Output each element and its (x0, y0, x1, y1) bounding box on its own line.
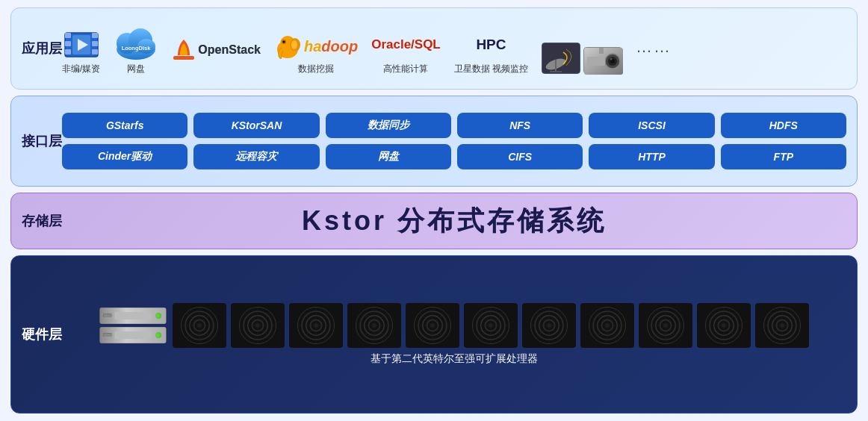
svg-rect-31 (599, 48, 604, 54)
openstack-text: OpenStack (198, 43, 261, 57)
disk-node-3 (289, 303, 343, 348)
disk-node-8 (580, 303, 634, 348)
iface-btn-cinder[interactable]: Cinder驱动 (62, 144, 187, 169)
svg-rect-4 (92, 33, 98, 38)
svg-rect-14 (173, 56, 194, 60)
app-item-film: 非编/媒资 (62, 28, 100, 75)
app-item-openstack: OpenStack _ (172, 37, 261, 75)
svg-point-18 (282, 40, 285, 43)
disk-node-7 (522, 303, 576, 348)
svg-point-35 (155, 313, 161, 319)
iface-btn-datasync[interactable]: 数据同步 (326, 113, 451, 138)
main-container: 应用层 非编/媒资 (0, 0, 868, 421)
rack-unit-1 (99, 308, 167, 324)
svg-rect-2 (65, 41, 71, 46)
svg-rect-30 (587, 57, 605, 66)
disk-node-10 (697, 303, 751, 348)
app-item-cameras (542, 41, 622, 75)
storage-layer-label: 存储层 (22, 212, 62, 230)
iface-btn-netdisk[interactable]: 网盘 (326, 144, 451, 169)
iface-btn-gstarfs[interactable]: GStarfs (62, 113, 187, 138)
oracle-text: Oracle/SQL (371, 28, 441, 61)
disk-node-6 (464, 303, 518, 348)
security-camera (583, 47, 622, 74)
svg-rect-33 (103, 314, 112, 317)
iface-layer: 接口层 GStarfs KStorSAN 数据同步 NFS ISCSI HDFS… (10, 96, 858, 187)
hadoop-logo: hadoop (274, 33, 358, 61)
disk-node-1 (173, 303, 226, 348)
film-icon (63, 28, 99, 61)
disk-node-11 (755, 303, 809, 348)
svg-rect-3 (65, 49, 71, 54)
app-item-hpc-label: 卫星数据 视频监控 (454, 63, 528, 75)
rack-units (99, 308, 167, 343)
rack-unit-2 (99, 327, 167, 343)
app-item-hadoop: hadoop 数据挖掘 (274, 33, 358, 75)
iface-btn-iscsi[interactable]: ISCSI (589, 113, 714, 138)
hardware-devices (99, 303, 809, 348)
hadoop-text: hadoop (304, 38, 358, 55)
svg-point-39 (155, 332, 161, 338)
svg-rect-34 (115, 312, 152, 319)
iface-btn-ftp[interactable]: FTP (721, 144, 846, 169)
app-item-film-label: 非编/媒资 (62, 63, 100, 75)
hadoop-ha: ha (304, 38, 321, 54)
svg-rect-1 (65, 33, 71, 38)
elephant-icon (274, 33, 301, 61)
loongdisk-icon: LoongDisk (114, 22, 158, 61)
hardware-content: 基于第二代英特尔至强可扩展处理器 (62, 303, 846, 366)
app-item-dots: …… _ (636, 31, 672, 75)
iface-btn-hdfs[interactable]: HDFS (721, 113, 846, 138)
iface-grid: GStarfs KStorSAN 数据同步 NFS ISCSI HDFS Cin… (62, 113, 846, 169)
svg-rect-38 (115, 331, 152, 339)
iface-btn-http[interactable]: HTTP (589, 144, 714, 169)
app-item-oracle-label: 高性能计算 (383, 63, 428, 75)
dots: …… (636, 31, 672, 63)
satellite-image (542, 43, 580, 74)
hardware-layer-label: 硬件层 (22, 325, 62, 343)
app-layer-label: 应用层 (22, 40, 62, 57)
disk-node-5 (406, 303, 459, 348)
iface-btn-nfs[interactable]: NFS (457, 113, 583, 138)
iface-btn-kstorsan[interactable]: KStorSAN (193, 113, 319, 138)
disk-node-9 (639, 303, 692, 348)
iface-btn-cifs[interactable]: CIFS (457, 144, 583, 169)
svg-text:LoongDisk: LoongDisk (122, 45, 152, 52)
disk-node-2 (231, 303, 285, 348)
camera-images (542, 41, 622, 74)
svg-rect-5 (92, 41, 98, 46)
svg-point-20 (291, 40, 297, 49)
storage-title: Kstor 分布式存储系统 (62, 203, 846, 240)
disk-nodes (173, 303, 809, 348)
svg-rect-37 (103, 333, 112, 337)
app-item-hadoop-label: 数据挖掘 (298, 63, 334, 75)
app-item-loongdisk-label: 网盘 (127, 63, 145, 75)
app-icons-row: 非编/媒资 (62, 22, 846, 75)
iface-layer-label: 接口层 (22, 132, 62, 150)
app-item-loongdisk: LoongDisk 网盘 (114, 22, 158, 75)
openstack-logo: OpenStack (172, 37, 261, 63)
disk-node-4 (347, 303, 401, 348)
hardware-caption: 基于第二代英特尔至强可扩展处理器 (371, 352, 538, 366)
svg-point-29 (610, 57, 613, 60)
hadoop-doop: doop (321, 38, 358, 54)
hardware-layer: 硬件层 (10, 255, 858, 414)
hpc-text: HPC (476, 28, 506, 61)
app-layer: 应用层 非编/媒资 (10, 7, 858, 90)
app-item-oracle: Oracle/SQL 高性能计算 (371, 28, 441, 75)
svg-rect-6 (92, 49, 98, 54)
storage-layer: 存储层 Kstor 分布式存储系统 (10, 193, 858, 249)
app-item-hpc: HPC 卫星数据 视频监控 (454, 28, 528, 75)
iface-btn-remote[interactable]: 远程容灾 (193, 144, 319, 169)
